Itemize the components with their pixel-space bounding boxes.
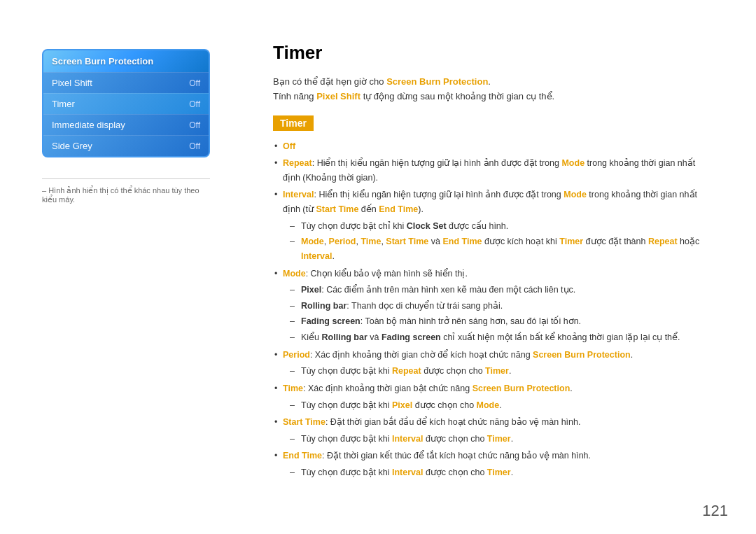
interval-sub-1: Tùy chọn được bật chỉ khi Clock Set được… bbox=[290, 219, 714, 234]
bullet-repeat: Repeat: Hiển thị kiểu ngăn hiện tượng gi… bbox=[273, 156, 714, 185]
main-bullet-list: Off Repeat: Hiển thị kiểu ngăn hiện tượn… bbox=[273, 139, 714, 480]
mode-label: Mode bbox=[283, 269, 306, 279]
period-sbp-ref: Screen Burn Protection bbox=[533, 350, 631, 360]
interval-sub-list: Tùy chọn được bật chỉ khi Clock Set được… bbox=[290, 219, 714, 264]
interval-mode-ref: Mode bbox=[564, 190, 587, 199]
time-sbp-ref: Screen Burn Protection bbox=[472, 384, 570, 393]
end-time-label: End Time bbox=[283, 451, 322, 461]
timer-label: Timer bbox=[52, 99, 75, 109]
bullet-start-time: Start Time: Đặt thời gian bắt đầu để kíc… bbox=[273, 415, 714, 446]
bullet-mode: Mode: Chọn kiểu bảo vệ màn hình sẽ hiển … bbox=[273, 267, 714, 345]
side-grey-value: Off bbox=[189, 141, 200, 151]
start-time-sub-1: Tùy chọn được bật khi Interval được chọn… bbox=[290, 432, 714, 447]
sidebar-note: – Hình ảnh hiển thị có thể khác nhau tùy… bbox=[42, 178, 210, 204]
menu-title: Screen Burn Protection bbox=[43, 50, 209, 72]
bullet-interval: Interval: Hiển thị kiểu ngăn hiện tượng … bbox=[273, 188, 714, 263]
mode-sub-note: Kiểu Rolling bar và Fading screen chỉ xu… bbox=[290, 330, 714, 345]
start-time-sub-list: Tùy chọn được bật khi Interval được chọn… bbox=[290, 432, 714, 447]
interval-label: Interval bbox=[283, 190, 314, 199]
page-title: Timer bbox=[273, 42, 714, 64]
end-time-sub-1: Tùy chọn được bật khi Interval được chọn… bbox=[290, 465, 714, 480]
period-sub-1: Tùy chọn được bật khi Repeat được chọn c… bbox=[290, 364, 714, 379]
intro-highlight-sbp: Screen Burn Protection bbox=[386, 76, 488, 87]
time-label: Time bbox=[283, 384, 303, 393]
content-body: Off Repeat: Hiển thị kiểu ngăn hiện tượn… bbox=[273, 139, 714, 480]
bullet-time: Time: Xác định khoảng thời gian bật chức… bbox=[273, 381, 714, 412]
mode-sub-list: Pixel: Các điểm ảnh trên màn hình xen kẽ… bbox=[290, 283, 714, 345]
period-sub-list: Tùy chọn được bật khi Repeat được chọn c… bbox=[290, 364, 714, 379]
menu-item-timer[interactable]: Timer Off bbox=[43, 93, 209, 114]
time-sub-list: Tùy chọn được bật khi Pixel được chọn ch… bbox=[290, 398, 714, 413]
pixel-shift-value: Off bbox=[189, 78, 200, 88]
start-time-label: Start Time bbox=[283, 417, 326, 427]
mode-sub-pixel: Pixel: Các điểm ảnh trên màn hình xen kẽ… bbox=[290, 283, 714, 297]
bullet-end-time: End Time: Đặt thời gian kết thúc để tắt … bbox=[273, 449, 714, 479]
menu-item-side-grey[interactable]: Side Grey Off bbox=[43, 135, 209, 156]
menu-box: Screen Burn Protection Pixel Shift Off T… bbox=[42, 49, 210, 157]
time-sub-1: Tùy chọn được bật khi Pixel được chọn ch… bbox=[290, 398, 714, 413]
page-number: 121 bbox=[702, 502, 728, 520]
content-area: Timer Bạn có thể đặt hẹn giờ cho Screen … bbox=[252, 28, 756, 506]
pixel-shift-label: Pixel Shift bbox=[52, 78, 92, 88]
menu-item-pixel-shift[interactable]: Pixel Shift Off bbox=[43, 72, 209, 93]
intro-paragraph: Bạn có thể đặt hẹn giờ cho Screen Burn P… bbox=[273, 75, 714, 104]
period-label: Period bbox=[283, 350, 310, 360]
intro-highlight-pixel: Pixel Shift bbox=[316, 91, 360, 101]
repeat-mode-ref: Mode bbox=[561, 158, 584, 168]
immediate-display-value: Off bbox=[189, 120, 200, 130]
section-heading: Timer bbox=[273, 115, 314, 131]
off-label: Off bbox=[283, 141, 295, 151]
bullet-off: Off bbox=[273, 139, 714, 154]
mode-sub-fading: Fading screen: Toàn bộ màn hình trở nên … bbox=[290, 314, 714, 329]
interval-start-ref: Start Time bbox=[316, 204, 358, 214]
side-grey-label: Side Grey bbox=[52, 141, 92, 151]
interval-sub-2: Mode, Period, Time, Start Time và End Ti… bbox=[290, 234, 714, 263]
timer-value: Off bbox=[189, 99, 200, 109]
bullet-period: Period: Xác định khoảng thời gian chờ để… bbox=[273, 348, 714, 379]
sidebar: Screen Burn Protection Pixel Shift Off T… bbox=[0, 28, 252, 506]
repeat-label: Repeat bbox=[283, 158, 312, 168]
mode-sub-rolling: Rolling bar: Thanh dọc di chuyển từ trái… bbox=[290, 299, 714, 314]
immediate-display-label: Immediate display bbox=[52, 120, 125, 130]
menu-item-immediate-display[interactable]: Immediate display Off bbox=[43, 114, 209, 135]
interval-end-ref: End Time bbox=[379, 204, 418, 214]
end-time-sub-list: Tùy chọn được bật khi Interval được chọn… bbox=[290, 465, 714, 480]
